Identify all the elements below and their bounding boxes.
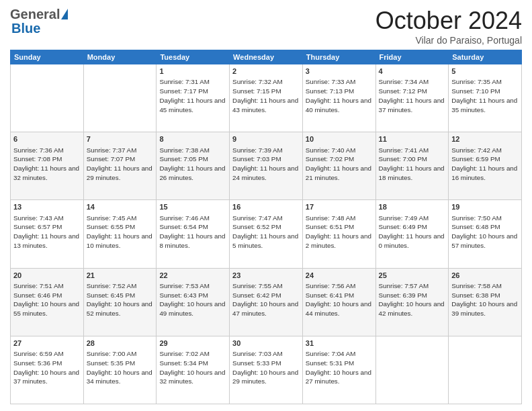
- day-info: Sunrise: 7:47 AMSunset: 6:52 PMDaylight:…: [232, 214, 300, 250]
- calendar-cell-day-1: 1Sunrise: 7:31 AMSunset: 7:17 PMDaylight…: [157, 64, 230, 132]
- day-number: 27: [13, 338, 81, 349]
- logo-general: General: [10, 7, 60, 22]
- day-info: Sunrise: 7:32 AMSunset: 7:15 PMDaylight:…: [232, 77, 300, 114]
- calendar-cell-day-17: 17Sunrise: 7:48 AMSunset: 6:51 PMDayligh…: [302, 200, 375, 268]
- day-number: 19: [451, 202, 519, 212]
- day-number: 22: [159, 271, 226, 281]
- weekday-header-wednesday: Wednesday: [230, 50, 303, 64]
- calendar-week-2: 6Sunrise: 7:36 AMSunset: 7:08 PMDaylight…: [11, 132, 522, 200]
- day-number: 20: [13, 271, 81, 281]
- title-block: October 2024 Vilar do Paraiso, Portugal: [375, 7, 522, 46]
- logo-triangle-icon: [61, 9, 68, 19]
- day-number: 21: [87, 271, 154, 281]
- calendar-cell-day-19: 19Sunrise: 7:50 AMSunset: 6:48 PMDayligh…: [449, 200, 522, 268]
- calendar-cell-day-16: 16Sunrise: 7:47 AMSunset: 6:52 PMDayligh…: [230, 200, 303, 268]
- location: Vilar do Paraiso, Portugal: [375, 35, 522, 46]
- day-info: Sunrise: 7:00 AMSunset: 5:35 PMDaylight:…: [87, 349, 154, 386]
- calendar-cell-day-9: 9Sunrise: 7:39 AMSunset: 7:03 PMDaylight…: [230, 132, 303, 200]
- day-number: 12: [451, 134, 519, 144]
- day-info: Sunrise: 7:43 AMSunset: 6:57 PMDaylight:…: [13, 214, 81, 250]
- calendar: SundayMondayTuesdayWednesdayThursdayFrid…: [10, 50, 522, 404]
- calendar-cell-day-10: 10Sunrise: 7:40 AMSunset: 7:02 PMDayligh…: [302, 132, 375, 200]
- day-info: Sunrise: 6:59 AMSunset: 5:36 PMDaylight:…: [13, 349, 81, 386]
- day-info: Sunrise: 7:51 AMSunset: 6:46 PMDaylight:…: [13, 281, 81, 318]
- calendar-cell-day-20: 20Sunrise: 7:51 AMSunset: 6:46 PMDayligh…: [11, 268, 84, 336]
- day-number: 5: [451, 66, 519, 77]
- calendar-cell-day-empty: [83, 64, 157, 132]
- day-info: Sunrise: 7:57 AMSunset: 6:39 PMDaylight:…: [379, 281, 446, 318]
- day-info: Sunrise: 7:48 AMSunset: 6:51 PMDaylight:…: [306, 214, 373, 250]
- calendar-cell-day-12: 12Sunrise: 7:42 AMSunset: 6:59 PMDayligh…: [449, 132, 522, 200]
- weekday-header-saturday: Saturday: [449, 50, 522, 64]
- day-number: 10: [306, 134, 373, 144]
- calendar-cell-day-28: 28Sunrise: 7:00 AMSunset: 5:35 PMDayligh…: [83, 336, 157, 404]
- calendar-cell-day-11: 11Sunrise: 7:41 AMSunset: 7:00 PMDayligh…: [375, 132, 449, 200]
- day-info: Sunrise: 7:40 AMSunset: 7:02 PMDaylight:…: [306, 146, 373, 183]
- calendar-cell-day-22: 22Sunrise: 7:53 AMSunset: 6:43 PMDayligh…: [157, 268, 230, 336]
- weekday-header-sunday: Sunday: [11, 50, 84, 64]
- logo: General Blue: [10, 7, 68, 36]
- day-number: 31: [306, 338, 373, 349]
- calendar-week-5: 27Sunrise: 6:59 AMSunset: 5:36 PMDayligh…: [11, 336, 522, 404]
- weekday-header-thursday: Thursday: [302, 50, 375, 64]
- day-info: Sunrise: 7:03 AMSunset: 5:33 PMDaylight:…: [232, 349, 300, 386]
- day-number: 23: [232, 271, 300, 281]
- calendar-cell-day-14: 14Sunrise: 7:45 AMSunset: 6:55 PMDayligh…: [83, 200, 157, 268]
- header: General Blue October 2024 Vilar do Parai…: [10, 7, 522, 46]
- day-info: Sunrise: 7:35 AMSunset: 7:10 PMDaylight:…: [451, 77, 519, 114]
- day-info: Sunrise: 7:53 AMSunset: 6:43 PMDaylight:…: [159, 281, 226, 318]
- calendar-cell-day-empty: [375, 336, 449, 404]
- day-info: Sunrise: 7:52 AMSunset: 6:45 PMDaylight:…: [87, 281, 154, 318]
- calendar-cell-day-2: 2Sunrise: 7:32 AMSunset: 7:15 PMDaylight…: [230, 64, 303, 132]
- day-info: Sunrise: 7:46 AMSunset: 6:54 PMDaylight:…: [159, 214, 226, 250]
- calendar-cell-day-13: 13Sunrise: 7:43 AMSunset: 6:57 PMDayligh…: [11, 200, 84, 268]
- day-number: 8: [159, 134, 226, 144]
- calendar-cell-day-empty: [449, 336, 522, 404]
- calendar-header-row: SundayMondayTuesdayWednesdayThursdayFrid…: [11, 50, 522, 64]
- calendar-cell-day-26: 26Sunrise: 7:58 AMSunset: 6:38 PMDayligh…: [449, 268, 522, 336]
- day-number: 9: [232, 134, 300, 144]
- calendar-cell-day-31: 31Sunrise: 7:04 AMSunset: 5:31 PMDayligh…: [302, 336, 375, 404]
- calendar-cell-day-21: 21Sunrise: 7:52 AMSunset: 6:45 PMDayligh…: [83, 268, 157, 336]
- day-number: 1: [159, 66, 226, 77]
- calendar-cell-day-4: 4Sunrise: 7:34 AMSunset: 7:12 PMDaylight…: [375, 64, 449, 132]
- day-number: 18: [379, 202, 446, 212]
- logo-blue: Blue: [11, 21, 40, 36]
- calendar-cell-day-27: 27Sunrise: 6:59 AMSunset: 5:36 PMDayligh…: [11, 336, 84, 404]
- day-info: Sunrise: 7:50 AMSunset: 6:48 PMDaylight:…: [451, 214, 519, 250]
- day-info: Sunrise: 7:34 AMSunset: 7:12 PMDaylight:…: [379, 77, 446, 114]
- day-number: 28: [87, 338, 154, 349]
- calendar-cell-day-29: 29Sunrise: 7:02 AMSunset: 5:34 PMDayligh…: [157, 336, 230, 404]
- day-info: Sunrise: 7:02 AMSunset: 5:34 PMDaylight:…: [159, 349, 226, 386]
- day-number: 13: [13, 202, 81, 212]
- day-info: Sunrise: 7:56 AMSunset: 6:41 PMDaylight:…: [306, 281, 373, 318]
- day-number: 29: [159, 338, 226, 349]
- day-info: Sunrise: 7:39 AMSunset: 7:03 PMDaylight:…: [232, 146, 300, 183]
- weekday-header-friday: Friday: [375, 50, 449, 64]
- day-number: 26: [451, 271, 519, 281]
- day-number: 30: [232, 338, 300, 349]
- day-info: Sunrise: 7:42 AMSunset: 6:59 PMDaylight:…: [451, 146, 519, 183]
- calendar-week-1: 1Sunrise: 7:31 AMSunset: 7:17 PMDaylight…: [11, 64, 522, 132]
- day-number: 14: [87, 202, 154, 212]
- calendar-cell-day-30: 30Sunrise: 7:03 AMSunset: 5:33 PMDayligh…: [230, 336, 303, 404]
- day-number: 25: [379, 271, 446, 281]
- calendar-cell-day-empty: [11, 64, 84, 132]
- weekday-header-tuesday: Tuesday: [157, 50, 230, 64]
- calendar-cell-day-7: 7Sunrise: 7:37 AMSunset: 7:07 PMDaylight…: [83, 132, 157, 200]
- day-info: Sunrise: 7:41 AMSunset: 7:00 PMDaylight:…: [379, 146, 446, 183]
- calendar-cell-day-24: 24Sunrise: 7:56 AMSunset: 6:41 PMDayligh…: [302, 268, 375, 336]
- calendar-week-4: 20Sunrise: 7:51 AMSunset: 6:46 PMDayligh…: [11, 268, 522, 336]
- calendar-cell-day-18: 18Sunrise: 7:49 AMSunset: 6:49 PMDayligh…: [375, 200, 449, 268]
- day-number: 16: [232, 202, 300, 212]
- day-info: Sunrise: 7:31 AMSunset: 7:17 PMDaylight:…: [159, 77, 226, 114]
- day-info: Sunrise: 7:36 AMSunset: 7:08 PMDaylight:…: [13, 146, 81, 183]
- logo-text: General: [10, 7, 68, 22]
- day-number: 17: [306, 202, 373, 212]
- day-info: Sunrise: 7:49 AMSunset: 6:49 PMDaylight:…: [379, 214, 446, 250]
- day-info: Sunrise: 7:04 AMSunset: 5:31 PMDaylight:…: [306, 349, 373, 386]
- calendar-cell-day-8: 8Sunrise: 7:38 AMSunset: 7:05 PMDaylight…: [157, 132, 230, 200]
- day-number: 11: [379, 134, 446, 144]
- page: General Blue October 2024 Vilar do Parai…: [0, 0, 532, 411]
- calendar-cell-day-3: 3Sunrise: 7:33 AMSunset: 7:13 PMDaylight…: [302, 64, 375, 132]
